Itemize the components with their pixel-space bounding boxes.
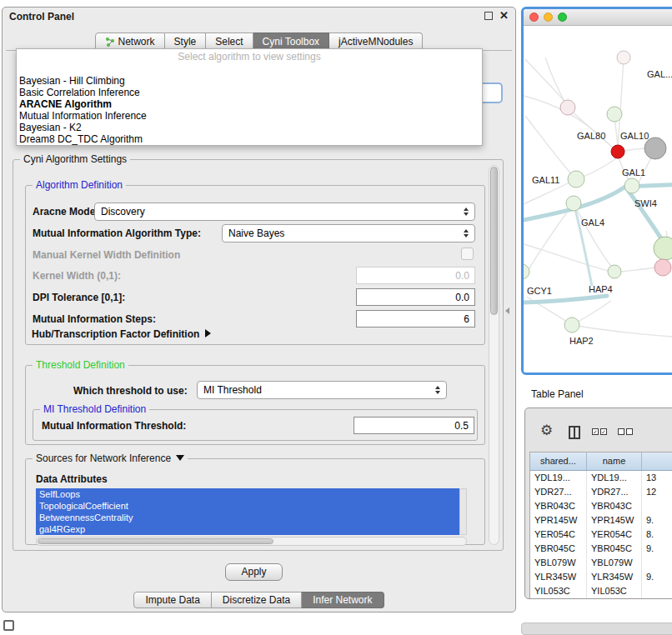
column-header-shared[interactable]: shared... bbox=[530, 452, 587, 470]
minimize-traffic-light[interactable] bbox=[544, 12, 553, 22]
sources-group-toggle[interactable]: Sources for Network Inference bbox=[33, 452, 188, 464]
window-title: Control Panel bbox=[9, 11, 74, 22]
collapsed-panel-bar[interactable] bbox=[521, 622, 672, 635]
algorithm-option[interactable]: Mutual Information Inference bbox=[17, 110, 482, 122]
aracne-mode-value: Discovery bbox=[101, 206, 145, 218]
which-threshold-label: Which threshold to use: bbox=[73, 385, 188, 397]
network-node[interactable] bbox=[560, 100, 575, 115]
cell bbox=[642, 499, 672, 513]
algorithm-option[interactable]: Dream8 DC_TDC Algorithm bbox=[17, 133, 482, 145]
cell: YDR27... bbox=[530, 485, 587, 499]
network-node[interactable] bbox=[568, 171, 584, 188]
threshold-definition-title: Threshold Definition bbox=[33, 359, 128, 371]
column-header-name[interactable]: name bbox=[587, 452, 642, 470]
cell bbox=[642, 556, 672, 570]
network-node[interactable] bbox=[624, 178, 639, 193]
tab-style-label: Style bbox=[174, 36, 197, 48]
table-row[interactable]: YIL053C YIL053C bbox=[530, 584, 672, 598]
attribute-item-selected[interactable]: SelfLoops bbox=[36, 488, 459, 500]
dpi-tolerance-field[interactable]: 0.0 bbox=[356, 288, 475, 306]
network-canvas[interactable]: GAL... GAL80 GAL10 GAL11 GAL1 SWI4 GAL4 … bbox=[524, 26, 672, 372]
close-icon[interactable]: ✕ bbox=[499, 10, 509, 21]
table-panel-title: Table Panel bbox=[531, 388, 584, 400]
hub-section-toggle[interactable]: Hub/Transcription Factor Definition bbox=[32, 328, 211, 340]
network-window-titlebar bbox=[524, 9, 672, 26]
zoom-traffic-light[interactable] bbox=[558, 12, 567, 22]
stepper-icon bbox=[464, 208, 469, 216]
column-header-cropped[interactable] bbox=[642, 452, 672, 470]
node-label-gal1: GAL1 bbox=[622, 168, 645, 178]
float-window-icon[interactable] bbox=[484, 12, 493, 20]
attribute-item-selected[interactable]: TopologicalCoefficient bbox=[36, 500, 459, 512]
stepper-icon bbox=[435, 386, 440, 394]
mi-threshold-label: Mutual Information Threshold: bbox=[42, 420, 186, 432]
aracne-mode-combobox[interactable]: Discovery bbox=[94, 202, 475, 221]
manual-kernel-label: Manual Kernel Width Definition bbox=[33, 249, 180, 261]
algorithm-definition-group: Algorithm Definition Aracne Mode: Discov… bbox=[25, 185, 485, 345]
table-row[interactable]: YBR043C YBR043C bbox=[530, 499, 672, 513]
attribute-item-selected[interactable]: BetweennessCentrality bbox=[36, 512, 459, 523]
network-node-pink[interactable] bbox=[654, 259, 671, 276]
node-label-gcy1: GCY1 bbox=[527, 286, 552, 296]
kernel-width-field[interactable]: 0.0 bbox=[356, 267, 475, 284]
algorithm-option[interactable]: Bayesian - K2 bbox=[17, 122, 482, 133]
tab-infer-network[interactable]: Infer Network bbox=[302, 592, 384, 608]
threshold-definition-group: Threshold Definition Which threshold to … bbox=[25, 365, 485, 445]
algorithm-option[interactable]: Bayesian - Hill Climbing bbox=[17, 75, 482, 87]
network-node-red-gal10[interactable] bbox=[611, 145, 624, 158]
sources-group-title: Sources for Network Inference bbox=[36, 452, 171, 464]
algorithm-option[interactable]: Basic Correlation Inference bbox=[17, 87, 482, 98]
cell: YBL079W bbox=[587, 556, 642, 570]
tab-cyni-toolbox-label: Cyni Toolbox bbox=[263, 36, 319, 48]
tab-discretize-data[interactable]: Discretize Data bbox=[212, 592, 302, 608]
mi-threshold-group-title: MI Threshold Definition bbox=[40, 403, 149, 415]
network-node[interactable] bbox=[566, 196, 581, 211]
algorithm-option-selected[interactable]: ARACNE Algorithm bbox=[17, 98, 482, 110]
attribute-item-selected[interactable]: gal4RGexp bbox=[36, 523, 459, 535]
mi-type-combobox[interactable]: Naive Bayes bbox=[222, 224, 475, 242]
mi-steps-field[interactable]: 6 bbox=[356, 310, 475, 328]
aracne-mode-label: Aracne Mode: bbox=[33, 206, 98, 218]
attributes-list-scrollbar[interactable] bbox=[459, 488, 467, 535]
table-row[interactable]: YPR145W YPR145W 9. bbox=[530, 513, 672, 528]
panel-splitter-arrow[interactable] bbox=[505, 308, 509, 314]
cell: YDL19... bbox=[530, 471, 587, 485]
algorithm-definition-title: Algorithm Definition bbox=[33, 179, 126, 191]
close-traffic-light[interactable] bbox=[529, 12, 539, 22]
network-node[interactable] bbox=[608, 265, 621, 278]
attributes-hscrollbar[interactable] bbox=[36, 537, 467, 546]
which-threshold-combobox[interactable]: MI Threshold bbox=[197, 381, 447, 399]
cell: YER054C bbox=[587, 528, 642, 542]
floating-panel-icon[interactable] bbox=[3, 620, 14, 631]
manual-kernel-checkbox[interactable] bbox=[461, 248, 474, 260]
apply-button[interactable]: Apply bbox=[225, 563, 283, 581]
table-row[interactable]: YDL19... YDL19... 13 bbox=[530, 471, 672, 485]
settings-scrollbar[interactable] bbox=[489, 165, 499, 545]
mi-threshold-field[interactable]: 0.5 bbox=[354, 417, 474, 434]
node-label-gal11: GAL11 bbox=[532, 175, 559, 185]
table-settings-gear-icon[interactable]: ⚙ bbox=[540, 423, 553, 438]
table-row[interactable]: YER054C YER054C 8. bbox=[530, 528, 672, 542]
table-row[interactable]: YLR345W YLR345W 9. bbox=[530, 570, 672, 584]
scrollbar-thumb[interactable] bbox=[490, 167, 498, 315]
control-panel-window: Control Panel ✕ Network Style Select bbox=[2, 7, 516, 612]
network-node[interactable] bbox=[607, 107, 622, 122]
table-row[interactable]: YBR045C YBR045C 9. bbox=[530, 542, 672, 556]
cell: YIL053C bbox=[530, 584, 587, 598]
cell: 9. bbox=[642, 513, 672, 528]
network-node[interactable] bbox=[617, 51, 630, 64]
network-node[interactable] bbox=[564, 318, 579, 332]
select-all-checkboxes-icon[interactable]: ✓✓ bbox=[592, 428, 607, 435]
tab-impute-data[interactable]: Impute Data bbox=[133, 592, 211, 608]
table-row[interactable]: YDR27... YDR27... 12 bbox=[530, 485, 672, 499]
hscrollbar-thumb[interactable] bbox=[38, 538, 273, 544]
cell: YPR145W bbox=[530, 513, 587, 528]
table-row[interactable]: YBL079W YBL079W bbox=[530, 556, 672, 570]
cell: YPR145W bbox=[587, 513, 642, 528]
network-node[interactable] bbox=[654, 237, 672, 260]
network-node[interactable] bbox=[524, 264, 529, 279]
select-columns-icon[interactable] bbox=[569, 426, 580, 439]
deselect-all-checkboxes-icon[interactable] bbox=[618, 428, 633, 435]
node-label-gal10: GAL10 bbox=[620, 131, 649, 141]
cell: YDL19... bbox=[587, 471, 642, 485]
